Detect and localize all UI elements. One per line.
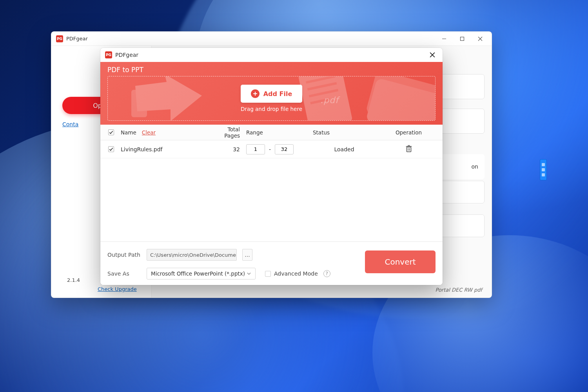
col-status: Status bbox=[313, 129, 330, 136]
desktop-side-widget[interactable] bbox=[540, 159, 547, 180]
app-icon: PG bbox=[105, 51, 112, 58]
col-range: Range bbox=[246, 129, 263, 136]
table-row: LivingRules.pdf 32 - Loaded bbox=[100, 140, 443, 158]
delete-icon[interactable] bbox=[405, 144, 413, 153]
main-window-title: PDFgear bbox=[66, 36, 88, 42]
row-status: Loaded bbox=[334, 146, 354, 152]
close-button[interactable] bbox=[471, 32, 489, 46]
svg-rect-1 bbox=[461, 37, 464, 40]
modal-close-button[interactable] bbox=[425, 48, 439, 62]
save-as-select[interactable]: Microsoft Office PowerPoint (*.pptx) bbox=[147, 268, 256, 279]
range-from-input[interactable] bbox=[246, 144, 265, 154]
ghost-wallet-icon bbox=[363, 76, 436, 121]
modal-titlebar: PG PDFgear bbox=[100, 48, 443, 62]
convert-modal: PG PDFgear PDF to PPT . bbox=[100, 48, 443, 285]
convert-label: Convert bbox=[385, 257, 416, 267]
output-path-text: C:\Users\micro\OneDrive\Documen bbox=[150, 252, 237, 258]
col-operation: Operation bbox=[396, 129, 422, 136]
modal-title: PDFgear bbox=[115, 52, 138, 58]
modal-footer: Output Path C:\Users\micro\OneDrive\Docu… bbox=[100, 241, 443, 285]
pdf-ghost-label: .pdf bbox=[320, 95, 339, 105]
plus-icon bbox=[251, 89, 260, 98]
advanced-mode-checkbox[interactable] bbox=[265, 271, 271, 277]
svg-rect-15 bbox=[365, 76, 436, 121]
minimize-button[interactable] bbox=[435, 32, 453, 46]
check-upgrade-link[interactable]: Check Upgrade bbox=[98, 286, 140, 292]
add-file-label: Add File bbox=[263, 90, 292, 98]
output-path-label: Output Path bbox=[107, 252, 141, 258]
save-as-label: Save As bbox=[107, 270, 141, 277]
clear-link[interactable]: Clear bbox=[142, 129, 156, 136]
ghost-arrow-icon bbox=[131, 76, 210, 121]
help-icon[interactable]: ? bbox=[323, 270, 330, 277]
range-to-input[interactable] bbox=[275, 144, 294, 154]
add-file-button[interactable]: Add File bbox=[241, 85, 303, 103]
col-name: Name bbox=[121, 129, 136, 136]
convert-button[interactable]: Convert bbox=[365, 250, 436, 273]
file-table-header: Name Clear Total Pages Range Status Oper… bbox=[100, 125, 443, 140]
select-all-checkbox[interactable] bbox=[108, 129, 114, 135]
modal-header: PDF to PPT bbox=[107, 66, 436, 74]
output-path-field[interactable]: C:\Users\micro\OneDrive\Documen bbox=[147, 249, 237, 261]
row-checkbox[interactable] bbox=[108, 146, 114, 152]
row-pages: 32 bbox=[233, 146, 240, 152]
recent-file-crumb: Portal DEC RW pdf bbox=[436, 287, 483, 293]
drop-area[interactable]: PDF to PPT .pdf bbox=[100, 62, 443, 125]
browse-button[interactable]: ... bbox=[242, 249, 252, 261]
chevron-down-icon bbox=[247, 271, 251, 276]
browse-label: ... bbox=[245, 252, 250, 258]
app-icon: PG bbox=[56, 35, 63, 42]
svg-rect-18 bbox=[407, 147, 411, 152]
card-label: on bbox=[472, 163, 478, 170]
advanced-mode-label: Advanced Mode bbox=[274, 270, 318, 277]
svg-rect-8 bbox=[131, 90, 147, 117]
main-titlebar: PG PDFgear bbox=[51, 32, 492, 46]
row-filename: LivingRules.pdf bbox=[121, 146, 163, 152]
drop-hint: Drag and drop file here bbox=[241, 106, 302, 112]
range-dash: - bbox=[269, 146, 271, 152]
maximize-button[interactable] bbox=[453, 32, 471, 46]
save-as-value: Microsoft Office PowerPoint (*.pptx) bbox=[151, 270, 245, 277]
col-total-pages: Total Pages bbox=[224, 126, 240, 139]
